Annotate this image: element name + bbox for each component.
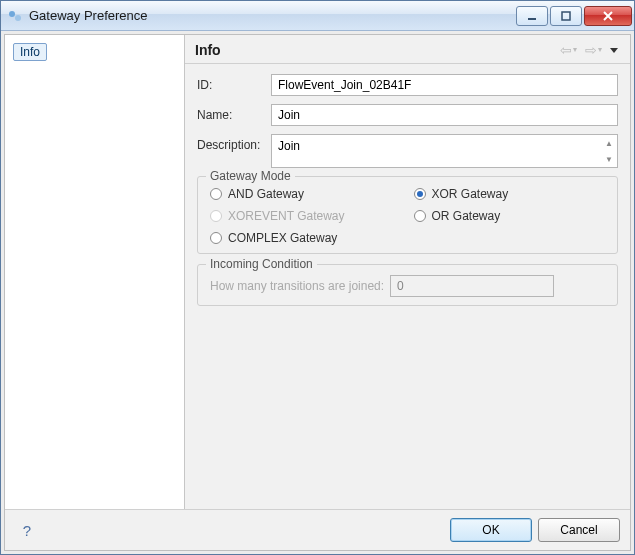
name-field[interactable]: [271, 104, 618, 126]
app-icon: [7, 8, 23, 24]
radio-icon: [210, 232, 222, 244]
radio-label: OR Gateway: [432, 209, 501, 223]
group-incoming-condition: Incoming Condition How many transitions …: [197, 264, 618, 306]
chevron-down-icon: ▾: [598, 46, 602, 54]
back-button[interactable]: ⇦ ▾: [558, 41, 579, 59]
radio-and-gateway[interactable]: AND Gateway: [210, 187, 402, 201]
group-gateway-mode: Gateway Mode AND Gateway XOR Gateway: [197, 176, 618, 254]
footer: ? OK Cancel: [5, 509, 630, 550]
row-id: ID:: [197, 74, 618, 96]
forward-button[interactable]: ⇨ ▾: [583, 41, 604, 59]
description-field[interactable]: [272, 135, 617, 167]
radio-complex-gateway[interactable]: COMPLEX Gateway: [210, 231, 402, 245]
label-incoming-count: How many transitions are joined:: [210, 279, 384, 293]
maximize-button[interactable]: [550, 6, 582, 26]
radio-icon: [210, 188, 222, 200]
svg-rect-3: [562, 12, 570, 20]
cancel-button[interactable]: Cancel: [538, 518, 620, 542]
ok-button[interactable]: OK: [450, 518, 532, 542]
client-area: Info Info ⇦ ▾ ⇨ ▾: [4, 34, 631, 551]
gateway-mode-options: AND Gateway XOR Gateway XOREVENT Gateway: [210, 187, 605, 245]
legend-gateway-mode: Gateway Mode: [206, 169, 295, 183]
arrow-left-icon: ⇦: [560, 43, 572, 57]
row-name: Name:: [197, 104, 618, 126]
sidebar-item-label: Info: [20, 45, 40, 59]
section-header: Info ⇦ ▾ ⇨ ▾: [185, 35, 630, 64]
label-name: Name:: [197, 104, 271, 122]
label-id: ID:: [197, 74, 271, 92]
description-spinner: ▲ ▼: [601, 135, 617, 167]
content-split: Info Info ⇦ ▾ ⇨ ▾: [5, 35, 630, 509]
spinner-up-icon[interactable]: ▲: [601, 135, 617, 151]
id-field[interactable]: [271, 74, 618, 96]
titlebar: Gateway Preference: [1, 1, 634, 31]
dialog-window: Gateway Preference Info: [0, 0, 635, 555]
main-panel: Info ⇦ ▾ ⇨ ▾: [185, 35, 630, 509]
svg-point-1: [15, 15, 21, 21]
label-description: Description:: [197, 134, 271, 152]
radio-xor-gateway[interactable]: XOR Gateway: [414, 187, 606, 201]
incoming-count-field: [390, 275, 554, 297]
section-heading: Info: [195, 42, 558, 58]
radio-icon: [414, 188, 426, 200]
spinner-down-icon[interactable]: ▼: [601, 151, 617, 167]
incoming-row: How many transitions are joined:: [210, 275, 605, 297]
row-description: Description: ▲ ▼: [197, 134, 618, 168]
radio-label: XOR Gateway: [432, 187, 509, 201]
form-area: ID: Name: Description: ▲ ▼: [185, 64, 630, 326]
help-icon: ?: [23, 522, 31, 539]
sidebar-item-info[interactable]: Info: [13, 43, 47, 61]
radio-or-gateway[interactable]: OR Gateway: [414, 209, 606, 223]
window-title: Gateway Preference: [29, 8, 516, 23]
radio-label: AND Gateway: [228, 187, 304, 201]
radio-label: XOREVENT Gateway: [228, 209, 344, 223]
radio-icon: [210, 210, 222, 222]
menu-caret-icon: [610, 48, 618, 53]
description-wrap: ▲ ▼: [271, 134, 618, 168]
legend-incoming: Incoming Condition: [206, 257, 317, 271]
sidebar: Info: [5, 35, 185, 509]
window-controls: [516, 6, 632, 26]
svg-point-0: [9, 11, 15, 17]
help-button[interactable]: ?: [15, 518, 39, 542]
radio-icon: [414, 210, 426, 222]
close-button[interactable]: [584, 6, 632, 26]
minimize-button[interactable]: [516, 6, 548, 26]
radio-xorevent-gateway: XOREVENT Gateway: [210, 209, 402, 223]
radio-label: COMPLEX Gateway: [228, 231, 337, 245]
arrow-right-icon: ⇨: [585, 43, 597, 57]
dropdown-menu-button[interactable]: [608, 46, 620, 55]
header-actions: ⇦ ▾ ⇨ ▾: [558, 41, 620, 59]
svg-rect-2: [528, 18, 536, 20]
chevron-down-icon: ▾: [573, 46, 577, 54]
